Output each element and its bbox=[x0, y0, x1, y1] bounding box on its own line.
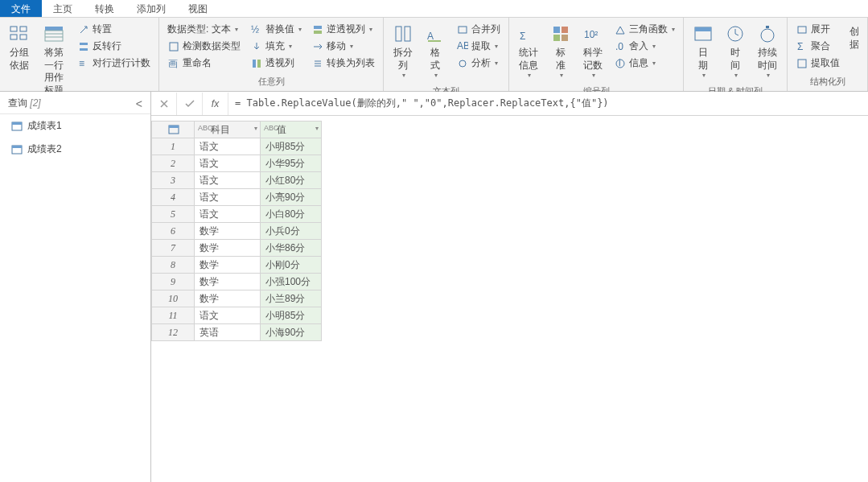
cancel-formula-button[interactable] bbox=[151, 93, 177, 115]
tab-view[interactable]: 视图 bbox=[177, 0, 219, 17]
cell-subject[interactable]: 语文 bbox=[195, 172, 261, 189]
cell-value[interactable]: 小兵0分 bbox=[261, 223, 322, 240]
cell-value[interactable]: 小明85分 bbox=[261, 307, 322, 324]
move-button[interactable]: 移动 bbox=[308, 38, 378, 55]
aggregate-label: 聚合 bbox=[811, 39, 830, 53]
create-data-button[interactable]: 创 据 bbox=[845, 19, 864, 54]
duration-button[interactable]: 持续 时间 bbox=[751, 19, 784, 84]
replace-values-icon: ½ bbox=[250, 24, 263, 35]
query-item[interactable]: 成绩表2 bbox=[0, 138, 150, 161]
cell-subject[interactable]: 语文 bbox=[195, 307, 261, 324]
to-list-button[interactable]: 转换为列表 bbox=[308, 55, 378, 72]
table-row[interactable]: 10数学小兰89分 bbox=[152, 290, 322, 307]
cell-value[interactable]: 小白80分 bbox=[261, 206, 322, 223]
info-button[interactable]: i 信息 bbox=[611, 55, 678, 72]
svg-rect-38 bbox=[695, 27, 711, 31]
table-row[interactable]: 11语文小明85分 bbox=[152, 307, 322, 324]
rename-icon: 画 bbox=[167, 58, 180, 69]
cell-value[interactable]: 小红80分 bbox=[261, 172, 322, 189]
round-button[interactable]: .0 舍入 bbox=[611, 38, 678, 55]
merge-columns-button[interactable]: 合并列 bbox=[453, 21, 504, 38]
date-button[interactable]: 日 期 bbox=[687, 19, 719, 84]
column-header-value[interactable]: ABC 值 ▾ bbox=[261, 122, 322, 138]
formula-input[interactable]: = Table.ReplaceValue(删除的列," ","0",Replac… bbox=[228, 97, 868, 110]
detect-type-button[interactable]: 检测数据类型 bbox=[164, 38, 244, 55]
cell-subject[interactable]: 数学 bbox=[195, 240, 261, 257]
filter-value-button[interactable]: ▾ bbox=[315, 125, 319, 132]
cell-value[interactable]: 小华95分 bbox=[261, 155, 322, 172]
table-row[interactable]: 7数学小华86分 bbox=[152, 240, 322, 257]
fill-button[interactable]: 填充 bbox=[247, 38, 305, 55]
parse-icon bbox=[456, 58, 469, 69]
table-row[interactable]: 6数学小兵0分 bbox=[152, 223, 322, 240]
aggregate-button[interactable]: Σ 聚合 bbox=[792, 38, 843, 55]
extract-button[interactable]: ABC 提取 bbox=[453, 38, 504, 55]
table-row[interactable]: 4语文小亮90分 bbox=[152, 189, 322, 206]
reverse-rows-button[interactable]: 反转行 bbox=[74, 38, 154, 55]
extract-values-button[interactable]: 提取值 bbox=[792, 55, 843, 72]
scientific-button[interactable]: 10² 科学 记数 bbox=[577, 19, 609, 84]
cell-subject[interactable]: 语文 bbox=[195, 206, 261, 223]
column-header-subject[interactable]: ABC 科目 ▾ bbox=[195, 122, 261, 138]
pivot-button[interactable]: 透视列 bbox=[247, 55, 305, 72]
aggregate-icon: Σ bbox=[796, 41, 808, 52]
table-icon bbox=[11, 122, 23, 131]
table-row[interactable]: 3语文小红80分 bbox=[152, 172, 322, 189]
svg-rect-4 bbox=[45, 27, 63, 31]
cell-value[interactable]: 小强100分 bbox=[261, 274, 322, 290]
filter-subject-button[interactable]: ▾ bbox=[254, 125, 257, 132]
format-button[interactable]: A 格 式 bbox=[419, 19, 451, 84]
tab-transform[interactable]: 转换 bbox=[84, 0, 125, 17]
table-corner[interactable] bbox=[152, 122, 195, 138]
rename-button[interactable]: 画 重命名 bbox=[164, 55, 244, 72]
cell-subject[interactable]: 数学 bbox=[195, 290, 261, 307]
unpivot-button[interactable]: 逆透视列 bbox=[308, 21, 378, 38]
cell-value[interactable]: 小刚0分 bbox=[261, 257, 322, 274]
group-anycol-label: 任意列 bbox=[162, 74, 380, 89]
expand-button[interactable]: 展开 bbox=[792, 21, 843, 38]
standard-button[interactable]: 标 准 bbox=[545, 19, 577, 84]
accept-formula-button[interactable] bbox=[177, 93, 203, 115]
transpose-button[interactable]: 转置 bbox=[74, 21, 154, 38]
replace-values-label: 替换值 bbox=[265, 23, 294, 36]
count-rows-icon: ≡ bbox=[77, 58, 90, 69]
svg-text:画: 画 bbox=[168, 58, 178, 69]
expand-label: 展开 bbox=[811, 23, 830, 36]
cell-value[interactable]: 小华86分 bbox=[261, 240, 322, 257]
cell-subject[interactable]: 数学 bbox=[195, 223, 261, 240]
cell-value[interactable]: 小兰89分 bbox=[261, 290, 322, 307]
time-button[interactable]: 时 间 bbox=[719, 19, 751, 84]
detect-type-icon bbox=[167, 41, 180, 52]
collapse-query-pane-button[interactable]: < bbox=[136, 97, 142, 110]
cell-subject[interactable]: 语文 bbox=[195, 155, 261, 172]
fx-button[interactable]: fx bbox=[203, 93, 228, 115]
trig-button[interactable]: 三角函数 bbox=[611, 21, 678, 38]
tab-add-column[interactable]: 添加列 bbox=[125, 0, 177, 17]
table-row[interactable]: 1语文小明85分 bbox=[152, 138, 322, 155]
merge-columns-label: 合并列 bbox=[471, 23, 500, 36]
tab-file[interactable]: 文件 bbox=[0, 0, 42, 17]
split-column-button[interactable]: 拆分 列 bbox=[387, 19, 419, 84]
svg-rect-42 bbox=[798, 27, 806, 33]
cell-value[interactable]: 小海90分 bbox=[261, 324, 322, 341]
cell-subject[interactable]: 数学 bbox=[195, 274, 261, 290]
count-rows-button[interactable]: ≡ 对行进行计数 bbox=[74, 55, 154, 72]
cell-subject[interactable]: 语文 bbox=[195, 189, 261, 206]
table-row[interactable]: 8数学小刚0分 bbox=[152, 257, 322, 274]
cell-value[interactable]: 小明85分 bbox=[261, 138, 322, 155]
data-type-button[interactable]: 数据类型: 文本 bbox=[164, 21, 244, 38]
parse-button[interactable]: 分析 bbox=[453, 55, 504, 72]
cell-value[interactable]: 小亮90分 bbox=[261, 189, 322, 206]
group-by-button[interactable]: 分组 依据 bbox=[3, 19, 35, 75]
replace-values-button[interactable]: ½ 替换值 bbox=[247, 21, 305, 38]
cell-subject[interactable]: 语文 bbox=[195, 138, 261, 155]
table-row[interactable]: 12英语小海90分 bbox=[152, 324, 322, 341]
table-row[interactable]: 5语文小白80分 bbox=[152, 206, 322, 223]
tab-home[interactable]: 主页 bbox=[42, 0, 84, 17]
stats-button[interactable]: Σ 统计 信息 bbox=[512, 19, 545, 84]
table-row[interactable]: 2语文小华95分 bbox=[152, 155, 322, 172]
table-row[interactable]: 9数学小强100分 bbox=[152, 274, 322, 290]
cell-subject[interactable]: 数学 bbox=[195, 257, 261, 274]
cell-subject[interactable]: 英语 bbox=[195, 324, 261, 341]
query-item[interactable]: 成绩表1 bbox=[0, 114, 150, 138]
